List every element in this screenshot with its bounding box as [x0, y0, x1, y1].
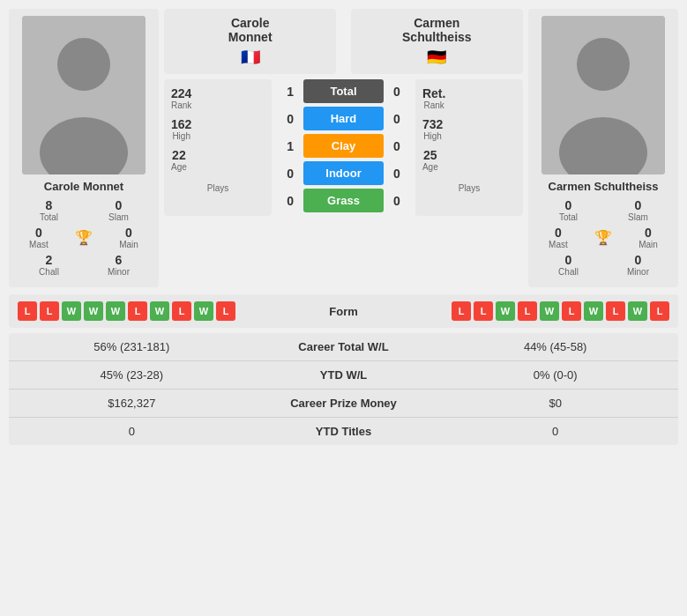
left-rank-label: Rank: [171, 100, 191, 110]
left-indoor-score: 0: [277, 167, 303, 181]
left-slam-label: Slam: [86, 212, 152, 222]
stats-label: Career Total W/L: [246, 340, 442, 353]
svg-point-4: [577, 38, 630, 91]
right-first-name: Carmen: [414, 16, 459, 30]
left-first-name: Carole: [231, 16, 270, 30]
right-name-display: Carmen Schultheiss: [360, 16, 514, 44]
grass-badge: Grass: [303, 189, 384, 212]
form-badge: L: [40, 301, 59, 321]
center-surfaces: 1 Total 0 0 Hard 0 1 Clay 0: [277, 79, 410, 216]
surfaces-section: 224 Rank 162 High 22 Age: [164, 79, 523, 216]
right-plays-label: Plays: [422, 179, 516, 195]
right-rank-row: Ret. Rank: [422, 86, 516, 110]
form-badge: W: [540, 301, 559, 321]
right-main-value: 0: [638, 226, 658, 240]
right-high-row: 732 High: [422, 117, 516, 141]
right-hard-score: 0: [384, 112, 410, 126]
right-slam-value: 0: [605, 198, 671, 212]
stats-label: YTD W/L: [246, 368, 442, 382]
right-age-box: 25 Age: [422, 148, 438, 172]
right-main-box: 0 Main: [638, 226, 658, 249]
right-slam-label: Slam: [605, 212, 671, 222]
right-indoor-score: 0: [384, 167, 410, 181]
form-badge: L: [18, 301, 37, 321]
stats-left-value: $162,327: [18, 397, 246, 410]
right-form-badges: LLWLWLWLWL: [452, 301, 669, 321]
indoor-row: 0 Indoor 0: [277, 161, 410, 185]
left-main-label: Main: [119, 240, 138, 249]
right-clay-score: 0: [384, 139, 410, 153]
middle-section: Carole Monnet 🇫🇷 Carmen Schultheiss 🇩🇪: [164, 9, 523, 287]
right-total-score: 0: [384, 85, 410, 99]
clay-row: 1 Clay 0: [277, 134, 410, 158]
right-minor-box: 0 Minor: [605, 253, 671, 277]
right-flag: 🇩🇪: [360, 48, 514, 67]
left-age-value: 22: [171, 148, 187, 162]
form-badge: W: [194, 301, 213, 321]
right-high-value: 732: [422, 117, 443, 131]
left-total-score: 1: [277, 85, 303, 99]
right-mast-box: 0 Mast: [549, 226, 568, 249]
left-info-box: Carole Monnet 🇫🇷: [164, 9, 336, 74]
left-chall-box: 2 Chall: [16, 253, 82, 277]
right-player-stats: 0 Total 0 Slam: [535, 198, 671, 222]
stats-row: 0 YTD Titles 0: [9, 418, 678, 445]
left-stats-box: 224 Rank 162 High 22 Age: [164, 79, 272, 216]
form-section: LLWWWLWLWL Form LLWLWLWLWL: [9, 294, 678, 328]
left-plays-label: Plays: [171, 179, 265, 195]
svg-point-1: [57, 38, 110, 91]
stats-left-value: 0: [18, 425, 246, 438]
left-last-name: Monnet: [228, 30, 273, 44]
form-badge: W: [150, 301, 169, 321]
right-trophy-row: 0 Mast 🏆 0 Main: [535, 226, 671, 249]
form-badge: W: [584, 301, 603, 321]
left-flag: 🇫🇷: [173, 48, 327, 67]
right-mast-label: Mast: [549, 240, 568, 249]
clay-badge: Clay: [303, 134, 384, 158]
left-chall-value: 2: [16, 253, 82, 267]
stats-label: YTD Titles: [246, 425, 442, 438]
right-mast-value: 0: [549, 226, 568, 240]
left-player-stats: 8 Total 0 Slam: [16, 198, 152, 222]
right-chall-value: 0: [535, 253, 601, 267]
left-high-label: High: [171, 131, 191, 141]
left-chall-minor: 2 Chall 6 Minor: [16, 253, 152, 277]
left-trophy-icon: 🏆: [75, 229, 93, 246]
left-player-avatar: [22, 16, 146, 174]
total-badge: Total: [303, 79, 384, 103]
form-badge: W: [62, 301, 81, 321]
left-player-card: Carole Monnet 8 Total 0 Slam 0 Mast 🏆: [9, 9, 159, 287]
left-chall-label: Chall: [16, 267, 82, 277]
form-badge: L: [650, 301, 669, 321]
right-minor-value: 0: [605, 253, 671, 267]
left-form-badges: LLWWWLWLWL: [18, 301, 235, 321]
left-high-value: 162: [171, 117, 191, 131]
left-player-name: Carole Monnet: [44, 180, 123, 193]
right-high-label: High: [422, 131, 443, 141]
left-grass-score: 0: [277, 194, 303, 208]
left-clay-score: 1: [277, 139, 303, 153]
stats-row: $162,327 Career Prize Money $0: [9, 390, 678, 418]
right-info-box: Carmen Schultheiss 🇩🇪: [351, 9, 523, 74]
indoor-badge: Indoor: [303, 161, 384, 185]
right-rank-label: Rank: [422, 100, 445, 110]
form-badge: W: [628, 301, 647, 321]
right-rank-value: Ret.: [422, 86, 445, 100]
left-slam-box: 0 Slam: [86, 198, 152, 222]
left-mast-box: 0 Mast: [29, 226, 49, 249]
stats-right-value: $0: [441, 397, 669, 410]
right-age-value: 25: [422, 148, 438, 162]
form-badge: L: [606, 301, 625, 321]
stats-right-value: 0: [441, 425, 669, 438]
left-high-row: 162 High: [171, 117, 265, 141]
form-badge: L: [562, 301, 581, 321]
right-total-label: Total: [535, 212, 601, 222]
right-rank-box: Ret. Rank: [422, 86, 445, 110]
grass-row: 0 Grass 0: [277, 189, 410, 212]
total-row: 1 Total 0: [277, 79, 410, 103]
left-minor-value: 6: [86, 253, 152, 267]
form-label: Form: [329, 305, 358, 318]
left-trophy-row: 0 Mast 🏆 0 Main: [16, 226, 152, 249]
left-main-value: 0: [119, 226, 138, 240]
right-high-box: 732 High: [422, 117, 443, 141]
